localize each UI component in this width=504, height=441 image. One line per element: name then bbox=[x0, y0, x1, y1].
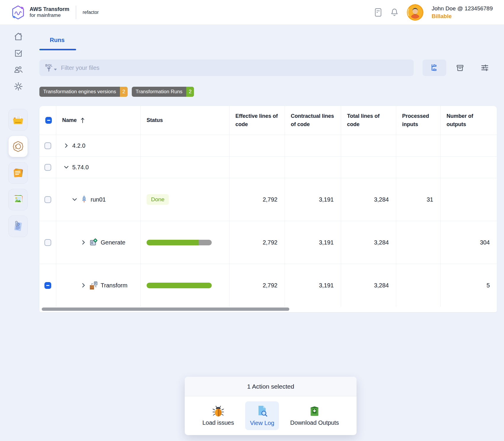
folder-tree-icon bbox=[430, 64, 439, 72]
users-icon[interactable] bbox=[14, 65, 23, 75]
archive-box-icon bbox=[456, 64, 464, 72]
bug-icon bbox=[212, 405, 224, 417]
bql-funnel: BQL bbox=[45, 64, 53, 72]
settings-gear-icon[interactable] bbox=[14, 82, 23, 91]
table-row-version-420: 4.2.0 bbox=[39, 135, 497, 156]
download-outputs-icon bbox=[309, 405, 320, 417]
notes-stack-icon bbox=[12, 168, 24, 179]
column-header-processed[interactable]: Processed inputs bbox=[396, 106, 441, 135]
chevron-down-icon[interactable] bbox=[72, 197, 78, 202]
action-panel-actions: Load issues View Log Download Outputs bbox=[185, 396, 357, 435]
app-gallery-button[interactable] bbox=[8, 189, 28, 210]
chip-label: Transformation engines versions bbox=[39, 87, 120, 97]
column-header-name[interactable]: Name bbox=[62, 116, 77, 125]
row-checkbox-selected[interactable] bbox=[44, 282, 51, 289]
number-of-outputs-value: 304 bbox=[441, 221, 497, 264]
column-header-status[interactable]: Status bbox=[141, 106, 229, 135]
effective-lines-value: 2,792 bbox=[229, 178, 285, 221]
row-checkbox[interactable] bbox=[44, 142, 51, 149]
chip-count-badge: 2 bbox=[120, 87, 128, 97]
load-issues-button[interactable]: Load issues bbox=[198, 402, 239, 430]
version-name[interactable]: 5.74.0 bbox=[72, 164, 89, 171]
table-row-transform: Transform 2,792 3,191 3,284 5 bbox=[39, 264, 497, 307]
column-header-total[interactable]: Total lines of code bbox=[341, 106, 396, 135]
brand-title: AWS Transform bbox=[30, 6, 69, 13]
row-checkbox[interactable] bbox=[44, 239, 51, 246]
runs-table: Name Status Effective lines of code Cont… bbox=[39, 106, 497, 312]
app-transform-engine-button[interactable] bbox=[8, 136, 28, 157]
notifications-bell-icon[interactable] bbox=[390, 8, 399, 17]
action-label: View Log bbox=[250, 420, 274, 426]
user-name: John Doe @ 123456789 bbox=[432, 5, 493, 12]
archive-button[interactable] bbox=[454, 59, 466, 76]
contractual-lines-value: 3,191 bbox=[285, 178, 341, 221]
total-lines-value: 3,284 bbox=[341, 221, 396, 264]
funnel-icon bbox=[46, 67, 52, 72]
table-header-row: Name Status Effective lines of code Cont… bbox=[39, 106, 497, 135]
app-billing-button[interactable]: $ bbox=[8, 215, 28, 237]
filter-settings-button[interactable] bbox=[479, 59, 491, 76]
transform-progress-bar bbox=[147, 283, 212, 288]
version-name[interactable]: 4.2.0 bbox=[72, 142, 85, 149]
view-log-button[interactable]: View Log bbox=[245, 401, 279, 430]
generate-progress-bar bbox=[147, 240, 212, 245]
select-all-checkbox[interactable] bbox=[45, 117, 52, 124]
chevron-down-icon[interactable] bbox=[63, 164, 69, 170]
filter-bar: BQL bbox=[39, 59, 414, 76]
page: { "header": { "brand_title": "AWS Transf… bbox=[0, 0, 504, 441]
column-header-effective[interactable]: Effective lines of code bbox=[229, 106, 285, 135]
user-block: John Doe @ 123456789 Billable bbox=[432, 5, 493, 20]
processed-inputs-value: 31 bbox=[396, 178, 441, 221]
horizontal-scrollbar[interactable] bbox=[42, 308, 289, 311]
download-outputs-button[interactable]: Download Outputs bbox=[285, 402, 344, 430]
chip-transformation-engines-versions[interactable]: Transformation engines versions 2 bbox=[39, 87, 128, 97]
chevron-right-icon[interactable] bbox=[63, 143, 69, 149]
step-name[interactable]: Transform bbox=[101, 282, 127, 289]
bql-label: BQL bbox=[45, 64, 53, 67]
tasks-check-icon[interactable] bbox=[14, 49, 23, 58]
app-mode-label: refactor bbox=[83, 10, 99, 15]
effective-lines-value: 2,792 bbox=[229, 221, 285, 264]
tab-runs-underline bbox=[39, 49, 76, 50]
sort-ascending-icon[interactable] bbox=[80, 118, 85, 123]
number-of-outputs-value: 5 bbox=[441, 264, 497, 307]
folder-icon bbox=[12, 115, 24, 125]
column-header-outputs[interactable]: Number of outputs bbox=[441, 106, 497, 135]
chevron-right-icon[interactable] bbox=[81, 239, 86, 245]
rocket-icon bbox=[81, 195, 88, 204]
progress-fill bbox=[147, 240, 199, 245]
sidebar-nav bbox=[0, 25, 37, 91]
table-row-version-5740: 5.74.0 bbox=[39, 156, 497, 178]
total-lines-value: 3,284 bbox=[341, 264, 396, 307]
tree-view-button[interactable] bbox=[423, 59, 446, 76]
contractual-lines-value: 3,191 bbox=[285, 264, 341, 307]
brand-subtitle: for mainframe bbox=[30, 12, 69, 18]
invoice-icon: $ bbox=[12, 220, 24, 232]
chevron-down-icon bbox=[53, 68, 57, 71]
chip-count-badge: 2 bbox=[186, 87, 194, 97]
row-checkbox[interactable] bbox=[44, 164, 51, 171]
step-name[interactable]: Generate bbox=[101, 239, 125, 246]
filter-input[interactable] bbox=[61, 65, 408, 71]
action-panel-title: 1 Action selected bbox=[185, 377, 357, 396]
bql-filter-dropdown[interactable]: BQL bbox=[45, 64, 57, 72]
row-checkbox[interactable] bbox=[44, 196, 51, 203]
app-notes-button[interactable] bbox=[8, 162, 28, 184]
column-header-contractual[interactable]: Contractual lines of code bbox=[285, 106, 341, 135]
effective-lines-value: 2,792 bbox=[229, 264, 285, 307]
transform-step-icon bbox=[89, 281, 98, 289]
brand-text: AWS Transform for mainframe bbox=[30, 6, 69, 19]
tab-runs[interactable]: Runs bbox=[50, 37, 65, 44]
view-log-icon bbox=[256, 405, 268, 417]
table-row-generate: Generate 2,792 3,191 3,284 304 bbox=[39, 221, 497, 264]
avatar[interactable] bbox=[407, 4, 423, 21]
run-name[interactable]: run01 bbox=[91, 196, 106, 203]
chip-transformation-runs[interactable]: Transformation Runs 2 bbox=[132, 87, 194, 97]
chevron-right-icon[interactable] bbox=[81, 282, 86, 288]
top-right: John Doe @ 123456789 Billable bbox=[374, 4, 493, 21]
image-gallery-icon bbox=[12, 194, 24, 205]
home-icon[interactable] bbox=[14, 32, 23, 41]
contractual-lines-value: 3,191 bbox=[285, 221, 341, 264]
app-files-folder-button[interactable] bbox=[8, 109, 28, 131]
documentation-icon[interactable] bbox=[374, 8, 382, 17]
